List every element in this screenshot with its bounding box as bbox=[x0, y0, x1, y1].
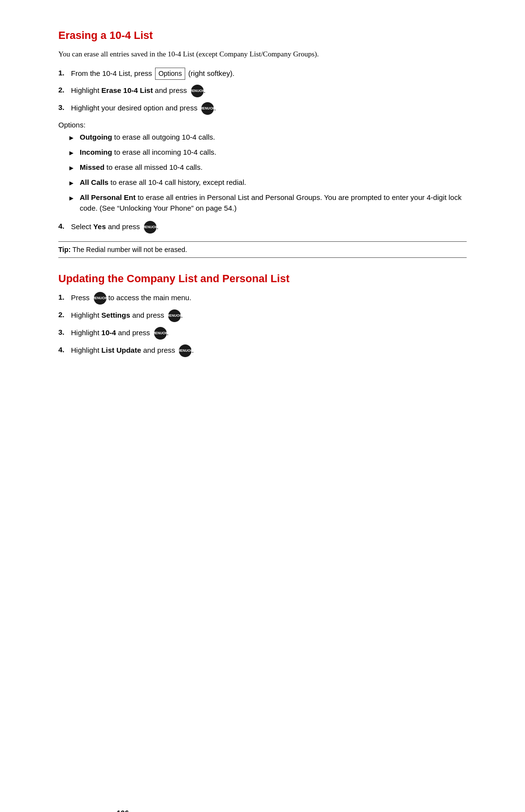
update-step-2: 2. Highlight Settings and press MENU OK … bbox=[58, 309, 467, 322]
update-step-3-num: 3. bbox=[58, 327, 68, 338]
intro-paragraph: You can erase all entries saved in the 1… bbox=[58, 49, 467, 60]
erase-list-label: Erase 10-4 List bbox=[102, 86, 153, 94]
options-bullet-list: ► Outgoing to erase all outgoing 10-4 ca… bbox=[68, 132, 467, 214]
menu-ok-icon-step3: MENU OK bbox=[200, 102, 214, 115]
update-steps: 1. Press MENU OK to access the main menu… bbox=[58, 292, 467, 357]
step-3-content: Highlight your desired option and press … bbox=[71, 102, 216, 115]
menu-ok-button-u2: MENU OK bbox=[168, 309, 181, 322]
bullet-arrow-icon: ► bbox=[68, 163, 75, 173]
section-update-title: Updating the Company List and Personal L… bbox=[58, 272, 467, 285]
section-update: Updating the Company List and Personal L… bbox=[58, 272, 467, 357]
step-2: 2. Highlight Erase 10-4 List and press M… bbox=[58, 85, 467, 97]
options-softkey-button: Options bbox=[155, 68, 185, 80]
update-step-1-num: 1. bbox=[58, 292, 68, 303]
incoming-label: Incoming bbox=[80, 148, 112, 156]
menu-ok-icon-u3: MENU OK bbox=[153, 327, 167, 340]
bullet-allpersonalent: ► All Personal Ent to erase all entries … bbox=[68, 192, 467, 214]
bullet-missed: ► Missed to erase all missed 10-4 calls. bbox=[68, 162, 467, 173]
step-3: 3. Highlight your desired option and pre… bbox=[58, 102, 467, 115]
menu-ok-button-u3: MENU OK bbox=[154, 327, 167, 340]
erase-steps: 1. From the 10-4 List, press Options (ri… bbox=[58, 68, 467, 115]
menu-ok-icon-u2: MENU OK bbox=[167, 309, 181, 322]
section-erase-title: Erasing a 10-4 List bbox=[58, 29, 467, 42]
menu-ok-button-u4: MENU OK bbox=[179, 344, 192, 357]
listupdate-label: List Update bbox=[102, 345, 141, 354]
step-4-num: 4. bbox=[58, 221, 68, 232]
update-step-2-content: Highlight Settings and press MENU OK . bbox=[71, 309, 183, 322]
outgoing-label: Outgoing bbox=[80, 133, 112, 141]
missed-label: Missed bbox=[80, 163, 105, 171]
bullet-allpersonalent-content: All Personal Ent to erase all entries in… bbox=[80, 192, 467, 214]
step-4-content: Select Yes and press MENU OK . bbox=[71, 221, 158, 234]
menu-ok-icon-step4: MENU OK bbox=[143, 221, 157, 234]
options-label: Options: bbox=[58, 121, 467, 129]
update-step-1-content: Press MENU OK to access the main menu. bbox=[71, 292, 192, 305]
tip-label: Tip: bbox=[58, 246, 70, 253]
step-1-content: From the 10-4 List, press Options (right… bbox=[71, 68, 234, 80]
update-step-2-num: 2. bbox=[58, 309, 68, 321]
erase-step4-list: 4. Select Yes and press MENU OK . bbox=[58, 221, 467, 234]
update-step-1: 1. Press MENU OK to access the main menu… bbox=[58, 292, 467, 305]
bullet-incoming: ► Incoming to erase all incoming 10-4 ca… bbox=[68, 147, 467, 158]
bullet-arrow-icon: ► bbox=[68, 193, 75, 203]
bullet-allcalls: ► All Calls to erase all 10-4 call histo… bbox=[68, 177, 467, 188]
bullet-incoming-content: Incoming to erase all incoming 10-4 call… bbox=[80, 147, 216, 158]
tip-content: The Redial number will not be erased. bbox=[72, 246, 187, 253]
menu-ok-icon-u4: MENU OK bbox=[178, 344, 192, 357]
update-step-4-content: Highlight List Update and press MENU OK … bbox=[71, 344, 194, 357]
page-number: 106 bbox=[117, 809, 129, 812]
menu-ok-button-u1: MENU OK bbox=[94, 292, 106, 305]
update-step-4: 4. Highlight List Update and press MENU … bbox=[58, 344, 467, 357]
bullet-outgoing: ► Outgoing to erase all outgoing 10-4 ca… bbox=[68, 132, 467, 143]
menu-ok-button-step3: MENU OK bbox=[201, 102, 214, 115]
menu-ok-button-step2: MENU OK bbox=[191, 85, 204, 97]
update-step-3-content: Highlight 10-4 and press MENU OK . bbox=[71, 327, 169, 340]
step-2-content: Highlight Erase 10-4 List and press MENU… bbox=[71, 85, 206, 97]
tip-box: Tip: The Redial number will not be erase… bbox=[58, 241, 467, 258]
bullet-missed-content: Missed to erase all missed 10-4 calls. bbox=[80, 162, 203, 173]
yes-label: Yes bbox=[93, 222, 106, 230]
step-4: 4. Select Yes and press MENU OK . bbox=[58, 221, 467, 234]
bullet-arrow-icon: ► bbox=[68, 133, 75, 143]
ten4-label: 10-4 bbox=[102, 328, 116, 336]
step-1: 1. From the 10-4 List, press Options (ri… bbox=[58, 68, 467, 80]
allcalls-label: All Calls bbox=[80, 178, 108, 186]
settings-label: Settings bbox=[102, 310, 130, 319]
step-1-num: 1. bbox=[58, 68, 68, 79]
update-step-3: 3. Highlight 10-4 and press MENU OK . bbox=[58, 327, 467, 340]
bullet-arrow-icon: ► bbox=[68, 148, 75, 158]
step-3-num: 3. bbox=[58, 102, 68, 113]
menu-ok-icon-step2: MENU OK bbox=[190, 85, 204, 97]
bullet-outgoing-content: Outgoing to erase all outgoing 10-4 call… bbox=[80, 132, 215, 143]
update-step-4-num: 4. bbox=[58, 344, 68, 356]
tip-text: Tip: The Redial number will not be erase… bbox=[58, 246, 467, 253]
allpersonalent-label: All Personal Ent bbox=[80, 193, 136, 201]
step-2-num: 2. bbox=[58, 85, 68, 96]
bullet-allcalls-content: All Calls to erase all 10-4 call history… bbox=[80, 177, 246, 188]
menu-ok-icon-u1: MENU OK bbox=[93, 292, 106, 305]
menu-ok-button-step4: MENU OK bbox=[144, 221, 157, 234]
bullet-arrow-icon: ► bbox=[68, 178, 75, 188]
section-erase: Erasing a 10-4 List You can erase all en… bbox=[58, 29, 467, 258]
